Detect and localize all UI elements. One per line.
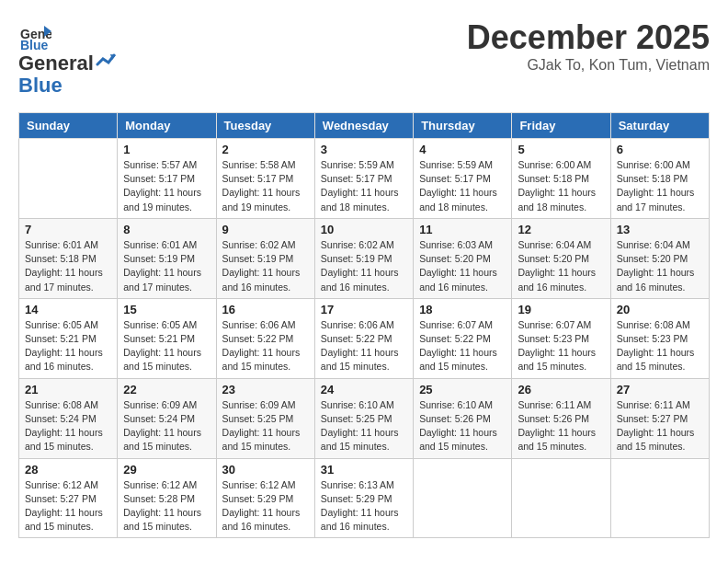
day-info: Sunrise: 6:12 AMSunset: 5:27 PMDaylight:… [25,478,111,534]
day-number: 12 [518,223,604,236]
day-info: Sunrise: 6:02 AMSunset: 5:19 PMDaylight:… [321,238,407,294]
day-number: 21 [25,383,111,396]
month-title: December 2025 [467,18,710,57]
day-info: Sunrise: 6:11 AMSunset: 5:27 PMDaylight:… [617,398,703,454]
day-number: 6 [617,143,703,156]
day-info: Sunrise: 5:57 AMSunset: 5:17 PMDaylight:… [123,158,210,214]
day-number: 17 [321,303,407,316]
day-info: Sunrise: 6:06 AMSunset: 5:22 PMDaylight:… [222,318,309,374]
location-title: GJak To, Kon Tum, Vietnam [467,57,710,74]
day-number: 30 [222,463,309,477]
logo: General Blue General Blue [18,18,118,98]
day-info: Sunrise: 6:13 AMSunset: 5:29 PMDaylight:… [321,478,407,534]
day-info: Sunrise: 6:03 AMSunset: 5:20 PMDaylight:… [419,238,506,294]
day-number: 31 [321,463,407,477]
day-header-saturday: Saturday [610,113,709,139]
day-number: 8 [123,223,210,236]
day-info: Sunrise: 6:07 AMSunset: 5:22 PMDaylight:… [419,318,506,374]
calendar-cell: 27Sunrise: 6:11 AMSunset: 5:27 PMDayligh… [610,378,709,458]
calendar-cell [19,139,118,219]
day-info: Sunrise: 6:06 AMSunset: 5:22 PMDaylight:… [321,318,407,374]
day-header-tuesday: Tuesday [216,113,314,139]
day-header-sunday: Sunday [19,113,118,139]
calendar-cell [512,458,610,538]
day-number: 16 [222,303,309,316]
logo-blue: Blue [18,74,63,97]
calendar-cell: 15Sunrise: 6:05 AMSunset: 5:21 PMDayligh… [118,298,216,378]
day-number: 2 [222,143,309,156]
calendar-cell: 31Sunrise: 6:13 AMSunset: 5:29 PMDayligh… [314,458,413,538]
calendar-week-2: 7Sunrise: 6:01 AMSunset: 5:18 PMDaylight… [19,218,710,298]
day-info: Sunrise: 6:10 AMSunset: 5:25 PMDaylight:… [321,398,407,454]
calendar-cell: 19Sunrise: 6:07 AMSunset: 5:23 PMDayligh… [512,298,610,378]
day-number: 1 [123,143,210,156]
day-info: Sunrise: 6:09 AMSunset: 5:25 PMDaylight:… [222,398,309,454]
calendar-cell: 11Sunrise: 6:03 AMSunset: 5:20 PMDayligh… [414,218,512,298]
day-number: 4 [419,143,506,156]
day-number: 20 [617,303,703,316]
day-header-wednesday: Wednesday [314,113,413,139]
title-block: December 2025 GJak To, Kon Tum, Vietnam [467,18,710,74]
calendar-cell: 2Sunrise: 5:58 AMSunset: 5:17 PMDaylight… [216,139,314,219]
calendar-cell: 13Sunrise: 6:04 AMSunset: 5:20 PMDayligh… [610,218,709,298]
day-info: Sunrise: 6:01 AMSunset: 5:19 PMDaylight:… [123,238,210,294]
day-info: Sunrise: 6:05 AMSunset: 5:21 PMDaylight:… [25,318,111,374]
day-info: Sunrise: 6:02 AMSunset: 5:19 PMDaylight:… [222,238,309,294]
day-number: 23 [222,383,309,396]
day-number: 28 [25,463,111,477]
day-number: 9 [222,223,309,236]
day-number: 29 [123,463,210,477]
day-info: Sunrise: 5:58 AMSunset: 5:17 PMDaylight:… [222,158,309,214]
calendar-cell: 30Sunrise: 6:12 AMSunset: 5:29 PMDayligh… [216,458,314,538]
day-info: Sunrise: 6:12 AMSunset: 5:28 PMDaylight:… [123,478,210,534]
day-info: Sunrise: 6:01 AMSunset: 5:18 PMDaylight:… [25,238,111,294]
day-number: 26 [518,383,604,396]
calendar-cell: 7Sunrise: 6:01 AMSunset: 5:18 PMDaylight… [19,218,118,298]
day-info: Sunrise: 6:07 AMSunset: 5:23 PMDaylight:… [518,318,604,374]
calendar-cell: 25Sunrise: 6:10 AMSunset: 5:26 PMDayligh… [414,378,512,458]
calendar-cell: 5Sunrise: 6:00 AMSunset: 5:18 PMDaylight… [512,139,610,219]
day-header-monday: Monday [118,113,216,139]
day-number: 14 [25,303,111,316]
calendar-cell: 20Sunrise: 6:08 AMSunset: 5:23 PMDayligh… [610,298,709,378]
day-info: Sunrise: 6:08 AMSunset: 5:24 PMDaylight:… [25,398,111,454]
calendar-week-3: 14Sunrise: 6:05 AMSunset: 5:21 PMDayligh… [19,298,710,378]
day-number: 24 [321,383,407,396]
calendar-cell: 26Sunrise: 6:11 AMSunset: 5:26 PMDayligh… [512,378,610,458]
logo-general: General [18,53,94,74]
calendar-cell: 6Sunrise: 6:00 AMSunset: 5:18 PMDaylight… [610,139,709,219]
day-info: Sunrise: 6:04 AMSunset: 5:20 PMDaylight:… [518,238,604,294]
day-info: Sunrise: 6:05 AMSunset: 5:21 PMDaylight:… [123,318,210,374]
logo-bird-icon [96,53,116,70]
calendar-header-row: SundayMondayTuesdayWednesdayThursdayFrid… [19,113,710,139]
calendar-cell: 17Sunrise: 6:06 AMSunset: 5:22 PMDayligh… [314,298,413,378]
calendar-cell: 3Sunrise: 5:59 AMSunset: 5:17 PMDaylight… [314,139,413,219]
day-number: 15 [123,303,210,316]
day-number: 13 [617,223,703,236]
calendar-cell [610,458,709,538]
day-number: 7 [25,223,111,236]
calendar-week-5: 28Sunrise: 6:12 AMSunset: 5:27 PMDayligh… [19,458,710,538]
calendar-cell: 1Sunrise: 5:57 AMSunset: 5:17 PMDaylight… [118,139,216,219]
calendar-cell: 28Sunrise: 6:12 AMSunset: 5:27 PMDayligh… [19,458,118,538]
day-info: Sunrise: 6:00 AMSunset: 5:18 PMDaylight:… [617,158,703,214]
day-number: 10 [321,223,407,236]
day-info: Sunrise: 6:11 AMSunset: 5:26 PMDaylight:… [518,398,604,454]
day-info: Sunrise: 6:08 AMSunset: 5:23 PMDaylight:… [617,318,703,374]
day-number: 3 [321,143,407,156]
day-header-friday: Friday [512,113,610,139]
day-info: Sunrise: 6:12 AMSunset: 5:29 PMDaylight:… [222,478,309,534]
day-info: Sunrise: 6:09 AMSunset: 5:24 PMDaylight:… [123,398,210,454]
day-info: Sunrise: 6:04 AMSunset: 5:20 PMDaylight:… [617,238,703,294]
calendar-cell: 14Sunrise: 6:05 AMSunset: 5:21 PMDayligh… [19,298,118,378]
calendar-cell: 8Sunrise: 6:01 AMSunset: 5:19 PMDaylight… [118,218,216,298]
calendar-week-1: 1Sunrise: 5:57 AMSunset: 5:17 PMDaylight… [19,139,710,219]
day-number: 22 [123,383,210,396]
day-header-thursday: Thursday [414,113,512,139]
svg-text:Blue: Blue [20,38,49,52]
calendar-cell: 9Sunrise: 6:02 AMSunset: 5:19 PMDaylight… [216,218,314,298]
day-number: 18 [419,303,506,316]
calendar-cell [414,458,512,538]
day-info: Sunrise: 5:59 AMSunset: 5:17 PMDaylight:… [419,158,506,214]
calendar-cell: 22Sunrise: 6:09 AMSunset: 5:24 PMDayligh… [118,378,216,458]
